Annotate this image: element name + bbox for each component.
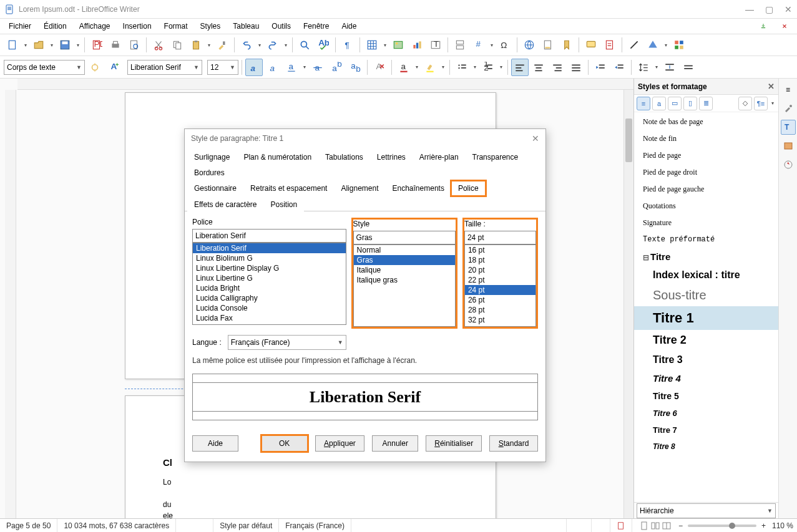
list-item[interactable]: 26 pt (465, 295, 535, 305)
police-field[interactable]: Liberation Serif (192, 229, 346, 243)
style-item[interactable]: Pied de page gauche (634, 181, 778, 198)
align-right-icon[interactable] (549, 59, 566, 76)
apply-button[interactable]: Appliquer (315, 435, 365, 452)
styles-filter-input[interactable] (640, 506, 765, 515)
number-list-icon[interactable]: 12 (479, 59, 497, 76)
font-name-combo[interactable]: ▼ (127, 60, 202, 75)
dialog-tab-retraits-et-espacement[interactable]: Retraits et espacement (243, 181, 334, 196)
help-button[interactable]: Aide (192, 435, 238, 452)
print-icon[interactable] (107, 36, 124, 54)
style-item[interactable]: Sous-titre (634, 284, 778, 306)
style-item[interactable]: Titre 2 (634, 330, 778, 351)
chart-icon[interactable] (408, 36, 426, 54)
character-styles-icon[interactable]: a (652, 97, 666, 110)
list-item[interactable]: Italique gras (354, 275, 455, 285)
align-justify-icon[interactable] (567, 59, 585, 76)
zoom-out-icon[interactable]: − (678, 521, 683, 530)
open-icon[interactable] (30, 36, 47, 54)
status-page[interactable]: Page 5 de 50 (0, 519, 57, 532)
dialog-tab-position[interactable]: Position (264, 197, 305, 211)
dialog-tab-effets-de-caract-re[interactable]: Effets de caractère (187, 197, 264, 211)
italic-icon[interactable]: a (264, 59, 281, 76)
list-item[interactable]: Linux Libertine G (193, 273, 346, 283)
style-item[interactable]: Titre 5 (634, 387, 778, 405)
close-doc-icon[interactable] (776, 17, 793, 35)
menu-format[interactable]: Format (159, 21, 193, 32)
close-panel-icon[interactable]: ✕ (768, 82, 775, 91)
paste-icon[interactable] (187, 36, 205, 54)
list-item[interactable]: Italique (354, 265, 455, 275)
dialog-tab-arri-re-plan[interactable]: Arrière-plan (413, 150, 466, 164)
status-insert-mode[interactable] (567, 519, 592, 532)
style-item[interactable]: Titre 1 (634, 306, 778, 330)
chevron-down-icon[interactable]: ▼ (191, 64, 199, 70)
zoom-in-icon[interactable]: + (761, 521, 766, 530)
ok-button[interactable]: OK (262, 435, 308, 452)
styles-list[interactable]: Note de bas de pageNote de finPied de pa… (634, 112, 778, 502)
dialog-tab-alignement[interactable]: Alignement (334, 181, 385, 196)
nonprinting-icon[interactable]: ¶ (339, 36, 356, 54)
save-icon[interactable] (56, 36, 74, 54)
menu-insert[interactable]: Insertion (118, 21, 157, 32)
sidebar-menu-icon[interactable]: ≡ (781, 82, 796, 97)
track-changes-icon[interactable] (601, 36, 619, 54)
fill-format-icon[interactable] (738, 97, 752, 110)
status-signature-icon[interactable] (610, 519, 632, 532)
langue-combo[interactable]: ▼ (228, 335, 346, 350)
list-item[interactable]: Lucida Fax (193, 313, 346, 323)
navigator-icon[interactable] (781, 157, 796, 172)
subscript-icon[interactable]: ab (346, 59, 364, 76)
menu-tools[interactable]: Outils (266, 21, 296, 32)
cancel-button[interactable]: Annuler (372, 435, 418, 452)
new-doc-icon[interactable] (4, 36, 21, 54)
superscript-icon[interactable]: ab (328, 59, 345, 76)
bookmark-icon[interactable] (558, 36, 575, 54)
textbox-icon[interactable]: T (427, 36, 444, 54)
dialog-tab-bordures[interactable]: Bordures (187, 165, 232, 180)
langue-input[interactable] (231, 338, 335, 347)
style-item[interactable]: Index lexical : titre (634, 266, 778, 284)
copy-icon[interactable] (169, 36, 186, 54)
line-icon[interactable] (625, 36, 643, 54)
taille-field[interactable]: 24 pt (464, 231, 536, 244)
draw-functions-icon[interactable] (670, 36, 688, 54)
style-item[interactable]: Pied de page droit (634, 164, 778, 181)
undo-dropdown[interactable]: ▾ (257, 42, 263, 48)
list-item[interactable]: 28 pt (465, 305, 535, 315)
properties-icon[interactable] (781, 101, 796, 116)
taille-listbox[interactable]: 16 pt18 pt20 pt22 pt24 pt26 pt28 pt32 pt… (464, 244, 536, 327)
footnote-icon[interactable] (539, 36, 557, 54)
style-item[interactable]: Titre 4 (634, 369, 778, 387)
open-dropdown[interactable]: ▾ (49, 42, 55, 48)
dialog-tab-plan-num-rotation[interactable]: Plan & numérotation (237, 150, 318, 164)
view-single-icon[interactable] (638, 520, 650, 531)
menu-styles[interactable]: Styles (195, 21, 226, 32)
style-listbox[interactable]: NormalGrasItaliqueItalique gras (353, 244, 456, 327)
list-styles-icon[interactable]: ≣ (699, 97, 713, 110)
menu-table[interactable]: Tableau (228, 21, 264, 32)
styles-filter-combo[interactable]: ▼ (637, 503, 776, 518)
view-multi-icon[interactable] (650, 520, 661, 531)
vertical-scrollbar[interactable] (623, 90, 633, 518)
list-item[interactable]: Linux Libertine Display G (193, 263, 346, 273)
pagebreak-icon[interactable] (451, 36, 469, 54)
style-item[interactable]: Titre 6 (634, 405, 778, 422)
list-item[interactable]: 24 pt (465, 285, 535, 295)
menu-help[interactable]: Aide (336, 21, 361, 32)
dialog-tab-police[interactable]: Police (451, 181, 486, 196)
style-item[interactable]: Signature (634, 215, 778, 231)
list-item[interactable]: Lucida Handwriting (193, 323, 346, 325)
zoom-slider[interactable] (688, 525, 756, 527)
table-icon[interactable] (363, 36, 381, 54)
format-paintbrush-icon[interactable] (213, 36, 231, 54)
body-text[interactable]: Lo du ele Pellentesque habitant morbi tr… (163, 476, 458, 519)
clear-format-icon[interactable]: A (371, 59, 388, 76)
undo-icon[interactable] (238, 36, 255, 54)
find-replace-icon[interactable] (296, 36, 313, 54)
dialog-close-icon[interactable]: ✕ (532, 133, 539, 143)
menu-edit[interactable]: Édition (39, 21, 72, 32)
menu-file[interactable]: Fichier (4, 21, 36, 32)
redo-dropdown[interactable]: ▾ (283, 42, 289, 48)
image-icon[interactable] (389, 36, 407, 54)
list-item[interactable]: Normal (354, 245, 455, 255)
